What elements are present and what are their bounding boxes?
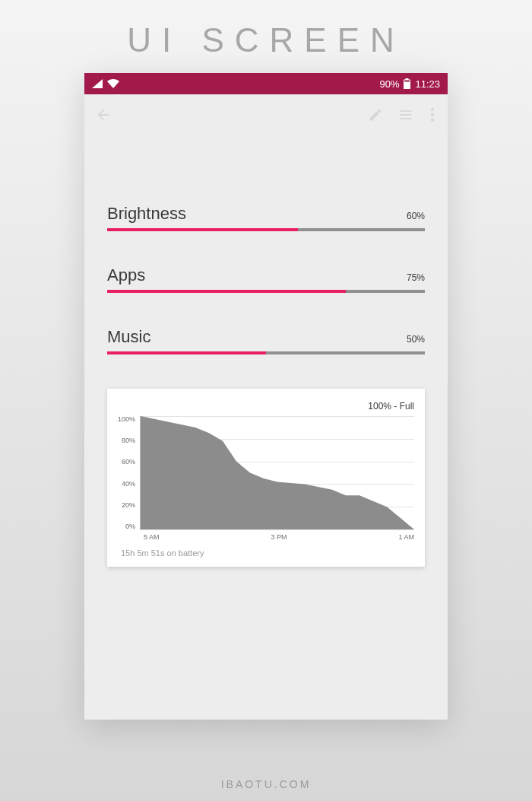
- y-tick: 60%: [118, 459, 135, 466]
- content-area: Brightness60%Apps75%Music50% 100% - Full…: [84, 135, 448, 567]
- svg-rect-5: [401, 118, 412, 119]
- slider-music[interactable]: Music50%: [107, 327, 425, 354]
- slider-fill: [107, 228, 298, 231]
- slider-value: 50%: [407, 334, 425, 345]
- x-tick: 5 AM: [144, 533, 160, 541]
- slider-fill: [107, 290, 346, 293]
- phone-frame: 90% 11:23 Brightness60%Apps75%Music50% 1…: [84, 73, 448, 720]
- y-tick: 40%: [118, 481, 135, 488]
- y-tick: 0%: [118, 523, 135, 530]
- app-bar: [84, 94, 448, 135]
- edit-icon[interactable]: [367, 106, 384, 123]
- svg-point-7: [431, 113, 434, 116]
- menu-icon[interactable]: [397, 106, 414, 123]
- y-tick: 100%: [118, 416, 135, 423]
- battery-icon: [404, 78, 410, 89]
- wifi-icon: [107, 79, 119, 88]
- grid-line: [141, 529, 414, 530]
- svg-point-6: [431, 108, 434, 111]
- chart-y-axis: 100%80%60%40%20%0%: [118, 416, 140, 530]
- slider-value: 60%: [407, 211, 425, 221]
- chart-plot: [140, 416, 414, 530]
- signal-icon: [92, 79, 103, 88]
- slider-value: 75%: [407, 272, 425, 283]
- slider-track[interactable]: [107, 351, 425, 354]
- svg-rect-4: [401, 114, 412, 116]
- slider-brightness[interactable]: Brightness60%: [107, 204, 425, 231]
- slider-label: Apps: [107, 265, 145, 285]
- chart-header: 100% - Full: [118, 401, 414, 412]
- back-icon[interactable]: [95, 106, 112, 123]
- footer-url: IBAOTU.COM: [221, 768, 312, 801]
- x-tick: 1 AM: [398, 533, 414, 541]
- slider-label: Music: [107, 327, 150, 347]
- svg-rect-1: [406, 78, 409, 80]
- chart-footer: 15h 5m 51s on battery: [118, 548, 414, 558]
- x-tick: 3 PM: [271, 533, 287, 541]
- overflow-icon[interactable]: [428, 106, 437, 123]
- slider-track[interactable]: [107, 290, 425, 293]
- slider-fill: [107, 351, 266, 354]
- slider-apps[interactable]: Apps75%: [107, 265, 425, 293]
- svg-rect-3: [401, 110, 412, 112]
- svg-rect-2: [404, 81, 410, 82]
- svg-point-8: [431, 119, 434, 122]
- battery-percent: 90%: [379, 78, 399, 90]
- page-heading: UI SCREEN: [127, 21, 405, 59]
- battery-chart-card: 100% - Full 100%80%60%40%20%0% 5 AM3 PM1…: [107, 389, 425, 567]
- clock: 11:23: [415, 78, 440, 90]
- status-bar: 90% 11:23: [84, 73, 448, 94]
- slider-track[interactable]: [107, 228, 425, 231]
- y-tick: 80%: [118, 437, 135, 444]
- chart-x-axis: 5 AM3 PM1 AM: [118, 533, 414, 541]
- slider-label: Brightness: [107, 204, 186, 224]
- y-tick: 20%: [118, 502, 135, 509]
